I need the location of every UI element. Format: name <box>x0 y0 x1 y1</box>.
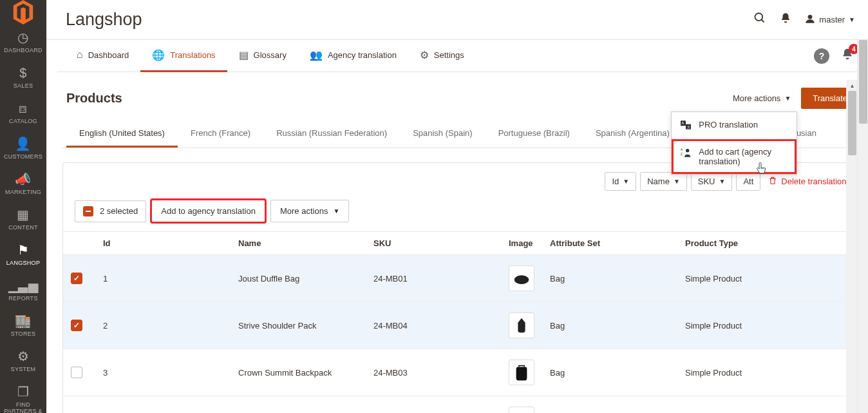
sidebar-item-catalog[interactable]: ⧈CATALOG <box>0 95 46 131</box>
selection-count[interactable]: 2 selected <box>75 200 146 222</box>
help-icon[interactable]: ? <box>814 48 829 64</box>
row-checkbox[interactable] <box>71 320 82 331</box>
cell-id: 2 <box>95 302 231 349</box>
person-icon: 👤 <box>15 137 31 150</box>
sidebar-item-label: STORES <box>11 331 36 337</box>
col-image: Image <box>501 232 542 255</box>
nav-agency[interactable]: 👥Agency translation <box>298 40 408 72</box>
gauge-icon: ◷ <box>17 31 28 44</box>
lang-tab[interactable]: Spanish (Argentina) <box>583 120 683 148</box>
sidebar-item-label: LANGSHOP <box>6 260 40 266</box>
minus-icon <box>83 206 93 216</box>
agency-icon: AZ <box>681 148 691 160</box>
cell-name: Strive Shoulder Pack <box>231 302 366 349</box>
sidebar-item-label: REPORTS <box>8 295 37 302</box>
cell-name: Joust Duffle Bag <box>231 255 366 302</box>
svg-point-9 <box>686 149 689 152</box>
user-menu[interactable]: master ▼ <box>798 14 855 26</box>
lang-tab[interactable]: Portuguese (Brazil) <box>486 120 583 148</box>
puzzle-icon: ❐ <box>17 385 29 398</box>
notifications-icon[interactable]: 4 <box>841 48 854 64</box>
row-checkbox[interactable] <box>71 273 82 284</box>
table-row[interactable]: 3Crown Summit Backpack24-MB03BagSimple P… <box>63 349 862 396</box>
sidebar-item-dashboard[interactable]: ◷DASHBOARD <box>0 24 46 60</box>
megaphone-icon: 📣 <box>15 173 31 186</box>
menu-pro-translation[interactable]: A文 PRO translation <box>672 112 797 139</box>
sidebar-item-sales[interactable]: $SALES <box>0 60 46 95</box>
menu-add-to-cart-agency[interactable]: AZ Add to cart (agency translation) <box>672 139 797 174</box>
sidebar-item-label: CONTENT <box>8 224 38 231</box>
filter-name[interactable]: Name▼ <box>640 172 687 191</box>
svg-text:文: 文 <box>687 125 690 129</box>
svg-text:Z: Z <box>681 153 683 156</box>
more-actions-row[interactable]: More actions▼ <box>270 200 349 222</box>
cell-sku: 24-MB03 <box>366 349 501 396</box>
nav-translations[interactable]: 🌐Translations <box>140 40 227 72</box>
chevron-down-icon: ▼ <box>784 95 791 102</box>
cell-ptype: Simple Product <box>677 302 862 349</box>
product-thumbnail <box>509 360 534 385</box>
sidebar-item-system[interactable]: ⚙SYSTEM <box>0 343 46 379</box>
table-row[interactable]: 4Wayfarer Messenger Bag24-MB05BagSimple … <box>63 396 862 414</box>
store-icon: 🏬 <box>15 314 31 327</box>
svg-text:A: A <box>682 121 684 125</box>
nav-settings[interactable]: ⚙Settings <box>408 40 476 72</box>
nav-dashboard[interactable]: ⌂Dashboard <box>65 40 140 72</box>
search-icon[interactable] <box>747 12 773 28</box>
svg-text:A: A <box>681 148 683 151</box>
cell-id: 4 <box>95 396 231 414</box>
lang-tab[interactable]: French (France) <box>178 120 263 148</box>
module-nav: ⌂Dashboard 🌐Translations ▤Glossary 👥Agen… <box>57 40 868 72</box>
sidebar-item-stores[interactable]: 🏬STORES <box>0 308 46 343</box>
sidebar-item-marketing[interactable]: 📣MARKETING <box>0 166 46 202</box>
cell-sku: 24-MB05 <box>366 396 501 414</box>
add-to-agency-button[interactable]: Add to agency translation <box>151 200 265 222</box>
bars-icon: ▁▃▅ <box>8 279 38 292</box>
box-icon: ⧈ <box>19 102 27 115</box>
panel-scrollbar[interactable]: ▴ <box>846 80 857 413</box>
cell-sku: 24-MB01 <box>366 255 501 302</box>
cog-o-icon: ⚙ <box>17 350 29 363</box>
nav-glossary[interactable]: ▤Glossary <box>227 40 298 72</box>
svg-point-2 <box>808 15 813 19</box>
book-icon: ▤ <box>239 49 249 61</box>
sidebar-item-customers[interactable]: 👤CUSTOMERS <box>0 131 46 166</box>
sidebar-item-label: MARKETING <box>5 189 41 195</box>
sidebar-item-label: CUSTOMERS <box>4 153 42 160</box>
delete-translations[interactable]: Delete translations <box>768 176 851 187</box>
window-scrollbar[interactable] <box>857 40 868 413</box>
home-icon: ⌂ <box>77 49 83 61</box>
trash-icon <box>768 176 777 187</box>
cell-attr: Bag <box>542 255 677 302</box>
filter-attr[interactable]: Att <box>736 172 760 191</box>
product-thumbnail <box>509 265 534 291</box>
sidebar-item-reports[interactable]: ▁▃▅REPORTS <box>0 273 46 308</box>
lang-tab[interactable]: Spanish (Spain) <box>400 120 486 148</box>
globe-icon: 🌐 <box>152 49 165 61</box>
table-row[interactable]: 1Joust Duffle Bag24-MB01BagSimple Produc… <box>63 255 862 302</box>
products-panel: Id▼ Name▼ SKU▼ Att Delete translations 2… <box>62 162 863 413</box>
lang-tab[interactable]: Russian (Russian Federation) <box>263 120 400 148</box>
lang-tab[interactable]: English (United States) <box>66 120 178 148</box>
table-row[interactable]: 2Strive Shoulder Pack24-MB04BagSimple Pr… <box>63 302 862 349</box>
agency-icon: 👥 <box>310 49 323 61</box>
app-title: Langshop <box>66 10 142 30</box>
main-content: Langshop master ▼ ⌂Dashboard 🌐Translatio… <box>46 0 868 413</box>
row-checkbox[interactable] <box>71 367 82 378</box>
sidebar-item-langshop[interactable]: ⚑LANGSHOP <box>0 237 46 273</box>
admin-sidebar: ◷DASHBOARD$SALES⧈CATALOG👤CUSTOMERS📣MARKE… <box>0 0 46 413</box>
product-thumbnail <box>509 312 534 338</box>
more-actions-dropdown[interactable]: More actions ▼ A文 PRO translation AZ Add… <box>726 88 797 108</box>
cell-sku: 24-MB04 <box>366 302 501 349</box>
scroll-up-icon[interactable]: ▴ <box>847 80 857 91</box>
sidebar-item-content[interactable]: ▦CONTENT <box>0 202 46 237</box>
magento-logo[interactable] <box>0 0 46 24</box>
filter-id[interactable]: Id▼ <box>605 172 636 191</box>
sidebar-item-label: FIND PARTNERS & EXTENSIONS <box>3 401 44 413</box>
bell-icon[interactable] <box>773 12 798 27</box>
cell-id: 1 <box>95 255 231 302</box>
sidebar-item-find-partners-extensions[interactable]: ❐FIND PARTNERS & EXTENSIONS <box>0 379 46 413</box>
filter-sku[interactable]: SKU▼ <box>691 172 733 191</box>
cell-ptype: Simple Product <box>677 349 862 396</box>
sidebar-item-label: SYSTEM <box>11 366 36 372</box>
